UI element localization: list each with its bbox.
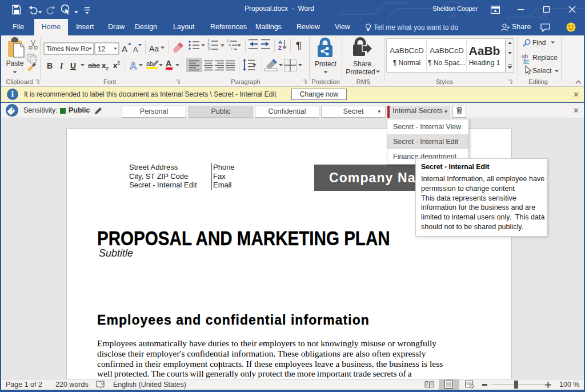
svg-text:Times New Ro: Times New Ro	[46, 45, 89, 52]
svg-text:Clipboard: Clipboard	[6, 78, 33, 85]
svg-text:12: 12	[98, 45, 106, 53]
svg-text:ab: ab	[146, 60, 153, 67]
svg-text:¶: ¶	[296, 39, 302, 51]
svg-text:B: B	[47, 61, 53, 70]
svg-text:A: A	[166, 59, 171, 68]
svg-text:Editing: Editing	[528, 78, 548, 85]
svg-text:¶ No Spac...: ¶ No Spac...	[428, 59, 466, 67]
svg-text:Protect: Protect	[315, 60, 337, 68]
svg-text:U: U	[70, 61, 76, 70]
svg-text:Select: Select	[532, 67, 552, 75]
svg-text:Aa: Aa	[149, 44, 159, 53]
svg-text:3: 3	[207, 46, 210, 51]
svg-text:AaBbCcD: AaBbCcD	[390, 46, 424, 55]
svg-text:AaBbCcD: AaBbCcD	[430, 46, 464, 55]
svg-text:I: I	[59, 62, 63, 70]
svg-text:A: A	[133, 46, 138, 54]
svg-text:2: 2	[106, 66, 109, 71]
svg-text:Replace: Replace	[532, 54, 558, 62]
svg-text:¶ Normal: ¶ Normal	[393, 59, 420, 67]
svg-text:Protection: Protection	[311, 78, 340, 85]
svg-text:i: i	[231, 47, 232, 51]
svg-text:abc: abc	[88, 61, 100, 70]
svg-text:1: 1	[226, 39, 229, 43]
svg-text:Protected: Protected	[346, 68, 375, 76]
svg-text:Heading 1: Heading 1	[469, 59, 500, 67]
svg-text:a: a	[229, 43, 231, 47]
svg-text:Find: Find	[532, 39, 546, 47]
svg-text:Styles: Styles	[436, 78, 453, 85]
svg-text:Share: Share	[353, 60, 371, 68]
svg-text:A: A	[130, 61, 137, 71]
svg-text:A: A	[122, 44, 127, 54]
svg-text:Paragraph: Paragraph	[231, 78, 260, 85]
svg-text:Font: Font	[103, 78, 116, 85]
svg-text:2: 2	[117, 60, 120, 66]
svg-text:AaBb: AaBb	[469, 44, 500, 57]
svg-text:Paste: Paste	[6, 59, 24, 67]
svg-text:Z: Z	[278, 45, 282, 51]
svg-text:RMS: RMS	[356, 78, 370, 85]
